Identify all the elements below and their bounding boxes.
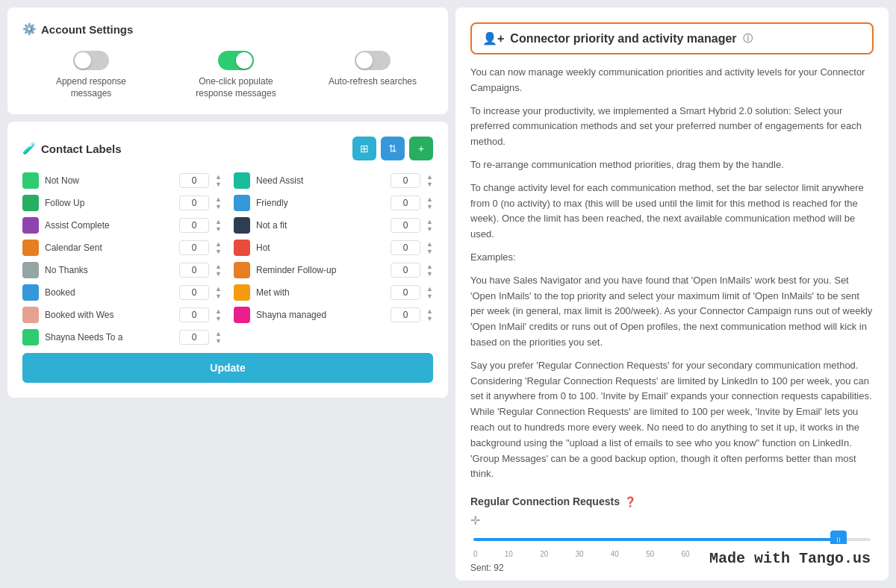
toggle-knob [356, 52, 373, 69]
toggle-one-click-populate: One-click populate response messages [184, 51, 288, 99]
label-color [234, 307, 250, 323]
label-spinner[interactable]: ▲▼ [215, 285, 222, 300]
sort-button[interactable]: ⇅ [381, 137, 405, 160]
label-row: Reminder Follow-up ▲▼ [234, 262, 433, 278]
paragraph-6: Say you prefer 'Regular Connection Reque… [470, 358, 874, 482]
label-name: Met with [256, 287, 385, 298]
label-count-input[interactable] [179, 173, 209, 188]
label-count-input[interactable] [391, 307, 420, 322]
label-row: Booked ▲▼ [22, 284, 222, 301]
label-color [22, 195, 39, 211]
connector-icon: 👤+ [482, 31, 504, 46]
label-count-input[interactable] [391, 285, 420, 300]
paragraph-4: Examples: [470, 250, 874, 266]
label-spinner[interactable]: ▲▼ [426, 196, 433, 210]
label-spinner[interactable]: ▲▼ [426, 240, 433, 255]
label-spinner[interactable]: ▲▼ [215, 240, 222, 255]
toggle-auto-refresh: Auto-refresh searches [329, 51, 417, 88]
label-name: Friendly [256, 198, 385, 208]
label-spinner[interactable]: ▲▼ [426, 263, 433, 278]
label-row: Assist Complete ▲▼ [22, 217, 222, 234]
tick-label: 10 [505, 550, 513, 558]
label-row: Need Assist ▲▼ [234, 172, 433, 189]
label-name: Reminder Follow-up [256, 265, 385, 275]
one-click-toggle[interactable] [218, 51, 254, 70]
toggles-row: Append response messages One-click popul… [22, 51, 433, 99]
label-color [234, 172, 250, 189]
label-count-input[interactable] [391, 218, 420, 233]
label-spinner[interactable]: ▲▼ [426, 285, 433, 300]
label-color [234, 217, 250, 234]
right-panel: 👤+ Connector priority and activity manag… [455, 7, 889, 581]
label-count-input[interactable] [179, 196, 209, 210]
right-paragraphs: You can now manage weekly communication … [470, 65, 874, 482]
toggle-knob [236, 52, 252, 69]
labels-header: 🧪 Contact Labels ⊞ ⇅ + [22, 137, 433, 160]
labels-actions: ⊞ ⇅ + [352, 137, 433, 160]
slider-title-0: Regular Connection Requests ❓ [470, 495, 874, 507]
label-count-input[interactable] [179, 263, 209, 278]
label-name: Not a fit [256, 220, 385, 231]
label-name: Shayna Needs To a [45, 332, 173, 343]
label-spinner[interactable]: ▲▼ [215, 263, 222, 278]
label-spinner[interactable]: ▲▼ [426, 307, 433, 322]
add-label-button[interactable]: + [409, 137, 433, 160]
label-spinner[interactable]: ▲▼ [215, 196, 222, 210]
label-color [22, 262, 39, 278]
tick-label: 50 [646, 550, 654, 558]
label-color [22, 240, 39, 256]
contact-labels-card: 🧪 Contact Labels ⊞ ⇅ + Not Now ▲▼ Need A… [7, 122, 448, 398]
label-row: Not Now ▲▼ [22, 172, 222, 189]
label-count-input[interactable] [391, 196, 420, 210]
tick-label: 20 [540, 550, 548, 558]
auto-refresh-label: Auto-refresh searches [329, 76, 417, 88]
label-row: Not a fit ▲▼ [234, 217, 433, 234]
label-name: Assist Complete [45, 220, 173, 231]
label-count-input[interactable] [391, 173, 420, 188]
label-row: Shayna Needs To a ▲▼ [22, 329, 222, 345]
label-count-input[interactable] [179, 240, 209, 255]
left-panel: ⚙️ Account Settings Append response mess… [7, 7, 448, 581]
label-count-input[interactable] [179, 218, 209, 233]
account-settings-card: ⚙️ Account Settings Append response mess… [7, 7, 448, 114]
label-color [234, 262, 250, 278]
layout-button[interactable]: ⊞ [352, 137, 376, 160]
tick-label: 30 [575, 550, 583, 558]
label-color [22, 172, 39, 189]
paragraph-3: To change activity level for each commun… [470, 181, 874, 243]
label-spinner[interactable]: ▲▼ [215, 330, 222, 345]
label-spinner[interactable]: ▲▼ [426, 173, 433, 188]
label-color [22, 329, 39, 345]
label-name: Booked with Wes [45, 310, 173, 320]
label-count-input[interactable] [179, 330, 209, 345]
label-color [234, 240, 250, 256]
label-spinner[interactable]: ▲▼ [215, 218, 222, 233]
title-help-icon[interactable]: ⓘ [743, 32, 753, 46]
tango-watermark: Made with Tango.us [699, 544, 881, 573]
label-spinner[interactable]: ▲▼ [215, 173, 222, 188]
auto-refresh-toggle[interactable] [355, 51, 391, 70]
label-color [22, 217, 39, 234]
slider-help-icon[interactable]: ❓ [624, 496, 636, 507]
right-panel-title: 👤+ Connector priority and activity manag… [470, 22, 874, 54]
label-count-input[interactable] [391, 263, 420, 278]
label-row: Hot ▲▼ [234, 240, 433, 256]
label-count-input[interactable] [179, 307, 209, 322]
flask-icon: 🧪 [22, 142, 37, 155]
labels-grid: Not Now ▲▼ Need Assist ▲▼ Follow Up ▲▼ F… [22, 172, 433, 345]
drag-handle-icon[interactable]: ✛ [470, 513, 874, 528]
gear-icon: ⚙️ [22, 22, 37, 36]
label-spinner[interactable]: ▲▼ [215, 307, 222, 322]
label-row: Follow Up ▲▼ [22, 195, 222, 211]
label-spinner[interactable]: ▲▼ [426, 218, 433, 233]
label-name: Need Assist [256, 175, 385, 186]
append-response-label: Append response messages [39, 76, 143, 99]
label-color [234, 284, 250, 301]
label-row: Calendar Sent ▲▼ [22, 240, 222, 256]
append-response-toggle[interactable] [73, 51, 109, 70]
label-count-input[interactable] [179, 285, 209, 300]
contact-labels-title: 🧪 Contact Labels [22, 142, 122, 155]
label-count-input[interactable] [391, 240, 420, 255]
update-button[interactable]: Update [22, 353, 433, 383]
slider-track [473, 538, 871, 541]
